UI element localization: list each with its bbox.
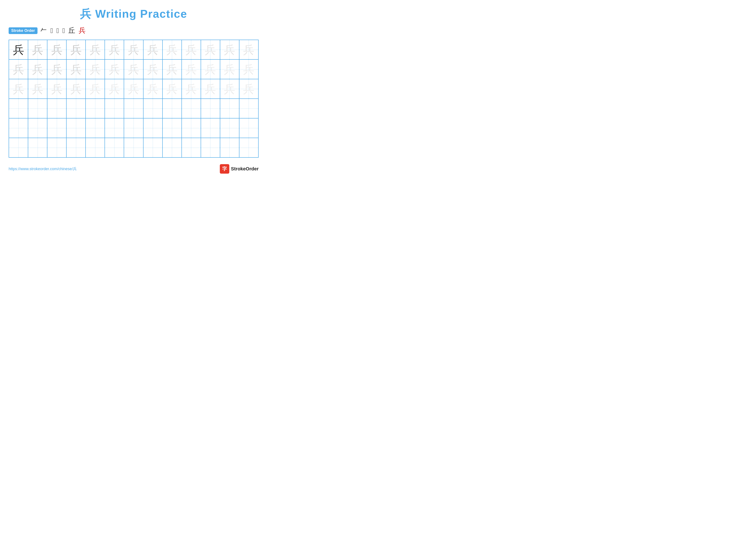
grid-cell[interactable]: 兵 [86, 60, 105, 79]
grid-cell[interactable]: 兵 [28, 40, 47, 59]
grid-cell[interactable]: 兵 [201, 40, 220, 59]
practice-char: 兵 [70, 44, 82, 55]
grid-cell[interactable] [9, 99, 28, 118]
grid-cell[interactable]: 兵 [144, 40, 163, 59]
grid-cell[interactable]: 兵 [239, 79, 258, 98]
grid-cell[interactable] [163, 118, 182, 138]
stroke-2: 𠆩 [50, 27, 53, 35]
grid-cell[interactable]: 兵 [163, 79, 182, 98]
practice-char: 兵 [32, 64, 43, 75]
stroke-3: 𠃋 [56, 27, 59, 35]
grid-cell[interactable] [86, 118, 105, 138]
grid-cell[interactable]: 兵 [105, 60, 124, 79]
grid-cell[interactable] [9, 118, 28, 138]
grid-cell[interactable]: 兵 [201, 60, 220, 79]
grid-cell[interactable]: 兵 [28, 79, 47, 98]
grid-cell[interactable] [220, 99, 239, 118]
grid-row: 兵兵兵兵兵兵兵兵兵兵兵兵兵 [9, 79, 258, 99]
grid-cell[interactable]: 兵 [182, 79, 201, 98]
stroke-5: 丘 [68, 26, 75, 35]
grid-cell[interactable]: 兵 [182, 60, 201, 79]
grid-cell[interactable]: 兵 [124, 40, 143, 59]
practice-char: 兵 [186, 44, 197, 55]
grid-cell[interactable] [86, 99, 105, 118]
grid-cell[interactable]: 兵 [201, 79, 220, 98]
practice-char: 兵 [205, 64, 216, 75]
grid-cell[interactable]: 兵 [86, 40, 105, 59]
practice-char: 兵 [128, 83, 139, 94]
grid-cell[interactable] [67, 99, 86, 118]
grid-cell[interactable] [124, 118, 143, 138]
grid-cell[interactable]: 兵 [144, 79, 163, 98]
grid-cell[interactable]: 兵 [163, 60, 182, 79]
grid-cell[interactable]: 兵 [9, 40, 28, 59]
grid-cell[interactable] [67, 138, 86, 157]
logo-text: StrokeOrder [231, 166, 258, 172]
grid-cell[interactable]: 兵 [220, 40, 239, 59]
grid-cell[interactable] [144, 118, 163, 138]
footer-url[interactable]: https://www.strokeorder.com/chinese/兵 [9, 166, 77, 171]
grid-cell[interactable]: 兵 [220, 60, 239, 79]
grid-cell[interactable]: 兵 [9, 79, 28, 98]
grid-cell[interactable]: 兵 [28, 60, 47, 79]
practice-char: 兵 [224, 83, 235, 94]
grid-cell[interactable] [220, 118, 239, 138]
practice-char: 兵 [243, 83, 254, 94]
grid-cell[interactable] [201, 138, 220, 157]
grid-cell[interactable] [47, 118, 67, 138]
grid-cell[interactable]: 兵 [105, 40, 124, 59]
grid-cell[interactable] [47, 99, 67, 118]
grid-cell[interactable] [124, 99, 143, 118]
grid-cell[interactable] [201, 118, 220, 138]
grid-cell[interactable] [163, 138, 182, 157]
grid-cell[interactable] [124, 138, 143, 157]
grid-cell[interactable]: 兵 [239, 60, 258, 79]
grid-cell[interactable] [105, 99, 124, 118]
practice-char: 兵 [166, 44, 177, 55]
grid-cell[interactable] [28, 138, 47, 157]
grid-cell[interactable]: 兵 [105, 79, 124, 98]
practice-char: 兵 [13, 64, 24, 75]
grid-cell[interactable] [47, 138, 67, 157]
grid-cell[interactable] [182, 138, 201, 157]
grid-cell[interactable]: 兵 [67, 79, 86, 98]
grid-cell[interactable]: 兵 [163, 40, 182, 59]
grid-cell[interactable] [144, 99, 163, 118]
practice-char: 兵 [90, 64, 101, 75]
stroke-order-row: Stroke Order 𠂉 𠆩 𠃋 𠃌 丘 兵 [9, 26, 258, 35]
grid-cell[interactable]: 兵 [220, 79, 239, 98]
grid-cell[interactable]: 兵 [47, 79, 67, 98]
grid-cell[interactable]: 兵 [182, 40, 201, 59]
grid-cell[interactable] [144, 138, 163, 157]
grid-cell[interactable] [86, 138, 105, 157]
grid-cell[interactable] [67, 118, 86, 138]
grid-cell[interactable]: 兵 [67, 60, 86, 79]
grid-cell[interactable] [239, 99, 258, 118]
grid-cell[interactable]: 兵 [124, 79, 143, 98]
stroke-sequence: 𠂉 𠆩 𠃋 𠃌 丘 兵 [40, 26, 86, 35]
grid-cell[interactable] [201, 99, 220, 118]
grid-cell[interactable] [220, 138, 239, 157]
grid-cell[interactable] [28, 99, 47, 118]
grid-cell[interactable]: 兵 [86, 79, 105, 98]
logo-icon: 字 [220, 164, 229, 174]
grid-cell[interactable] [105, 118, 124, 138]
grid-cell[interactable]: 兵 [47, 40, 67, 59]
grid-cell[interactable]: 兵 [124, 60, 143, 79]
grid-cell[interactable] [239, 118, 258, 138]
grid-cell[interactable] [28, 118, 47, 138]
grid-cell[interactable]: 兵 [47, 60, 67, 79]
grid-cell[interactable] [105, 138, 124, 157]
practice-char: 兵 [51, 83, 63, 94]
grid-cell[interactable] [9, 138, 28, 157]
grid-cell[interactable]: 兵 [239, 40, 258, 59]
practice-char: 兵 [13, 44, 24, 55]
grid-cell[interactable] [182, 118, 201, 138]
grid-cell[interactable]: 兵 [9, 60, 28, 79]
grid-cell[interactable] [239, 138, 258, 157]
grid-cell[interactable] [163, 99, 182, 118]
grid-cell[interactable]: 兵 [144, 60, 163, 79]
grid-cell[interactable] [182, 99, 201, 118]
grid-cell[interactable]: 兵 [67, 40, 86, 59]
practice-char: 兵 [186, 64, 197, 75]
